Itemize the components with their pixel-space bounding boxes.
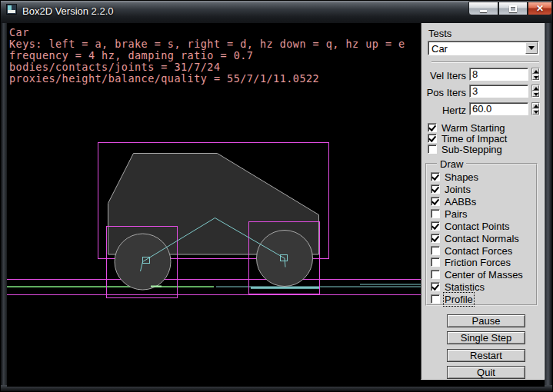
checkbox-label: Pairs <box>445 208 468 220</box>
checkbox-label: Profile <box>445 294 473 305</box>
arrow-down-icon <box>534 76 538 79</box>
checkbox-box[interactable] <box>431 209 440 218</box>
control-panel: Tests Car Vel Iters Pos Iters Hertz <box>421 23 545 380</box>
frequency-text: frequency = 4 hz, damping ratio = 0.7 <box>9 50 405 61</box>
debug-text-overlay: Car Keys: left = a, brake = s, right = d… <box>9 27 405 85</box>
tests-label: Tests <box>428 28 451 39</box>
checkbox-box[interactable] <box>431 282 440 291</box>
vel-iters-input[interactable] <box>469 68 528 81</box>
spin-down-button[interactable] <box>532 75 539 80</box>
stats-bodies-text: bodies/contacts/joints = 31/7/24 <box>9 61 405 73</box>
pause-button[interactable]: Pause <box>447 314 525 327</box>
close-icon: ✕ <box>536 3 544 14</box>
arrow-up-icon <box>534 105 538 108</box>
maximize-icon <box>509 5 517 12</box>
checkbox-box[interactable] <box>431 270 440 279</box>
hertz-spinner <box>531 102 540 115</box>
vel-iters-label: Vel Iters <box>421 70 466 81</box>
checkbox-label: Center of Masses <box>445 269 523 281</box>
window-frame-left <box>1 23 7 391</box>
title-bar[interactable]: Box2D Version 2.2.0 ✕ <box>1 1 552 23</box>
contact-point <box>151 286 162 287</box>
checkbox-box[interactable] <box>431 246 440 255</box>
checkbox-box[interactable] <box>431 257 440 267</box>
app-icon <box>6 4 17 15</box>
checkbox-box[interactable] <box>431 221 440 231</box>
spin-up-button[interactable] <box>532 103 539 108</box>
client-area: Car Keys: left = a, brake = s, right = d… <box>7 23 545 387</box>
chevron-down-icon <box>528 46 535 50</box>
checkbox-label: Sub-Stepping <box>441 144 502 155</box>
pos-iters-input[interactable] <box>469 85 528 98</box>
hertz-label: Hertz <box>421 105 466 116</box>
pos-iters-label: Pos Iters <box>421 87 466 98</box>
dropdown-arrow-button[interactable] <box>525 42 538 54</box>
spin-down-button[interactable] <box>532 109 539 115</box>
checkbox-label: Joints <box>445 184 471 195</box>
spin-down-button[interactable] <box>532 91 539 97</box>
arrow-up-icon <box>534 87 538 90</box>
checkbox-label: Contact Points <box>445 221 510 232</box>
checkbox-box[interactable] <box>428 145 437 154</box>
minimize-button[interactable] <box>468 2 498 15</box>
maximize-button[interactable] <box>498 2 528 15</box>
checkbox-box[interactable] <box>431 184 440 194</box>
window-title: Box2D Version 2.2.0 <box>22 5 114 17</box>
checkbox-label: Warm Starting <box>441 122 505 134</box>
separator <box>431 61 539 63</box>
hertz-input[interactable] <box>469 102 528 115</box>
checkbox-box[interactable] <box>428 134 437 143</box>
stats-proxies-text: proxies/height/balance/quality = 55/7/1/… <box>9 73 405 85</box>
close-button[interactable]: ✕ <box>528 2 552 15</box>
spin-up-button[interactable] <box>532 68 539 74</box>
single-step-button[interactable]: Single Step <box>447 331 525 344</box>
checkbox-label: Shapes <box>445 171 478 183</box>
keys-help-text: Keys: left = a, brake = s, right = d, hz… <box>9 38 405 50</box>
vel-iters-spinner <box>531 68 540 81</box>
checkbox-label: Contact Forces <box>445 245 512 257</box>
test-select-value: Car <box>431 43 448 55</box>
pos-iters-spinner <box>531 85 540 98</box>
checkbox-box[interactable] <box>431 234 440 243</box>
checkbox-label: Contact Normals <box>445 233 519 244</box>
checkbox-label: Statistics <box>445 281 485 293</box>
arrow-down-icon <box>534 93 538 96</box>
quit-button[interactable]: Quit <box>447 366 525 379</box>
minimize-icon <box>480 10 487 12</box>
checkbox-label: Friction Forces <box>445 257 511 268</box>
test-name-text: Car <box>9 27 405 38</box>
test-select-dropdown[interactable]: Car <box>428 41 539 55</box>
checkbox-box[interactable] <box>431 294 440 304</box>
restart-button[interactable]: Restart <box>447 349 525 362</box>
app-window: Box2D Version 2.2.0 ✕ <box>0 0 553 392</box>
checkbox-box[interactable] <box>431 197 440 206</box>
arrow-down-icon <box>534 111 538 114</box>
checkbox-box[interactable] <box>428 123 437 132</box>
arrow-up-icon <box>534 70 538 73</box>
checkbox-label: Time of Impact <box>441 133 507 145</box>
spin-up-button[interactable] <box>532 85 539 91</box>
draw-group-legend: Draw <box>437 158 466 170</box>
checkbox-box[interactable] <box>431 172 440 181</box>
checkbox-label: AABBs <box>445 196 476 208</box>
